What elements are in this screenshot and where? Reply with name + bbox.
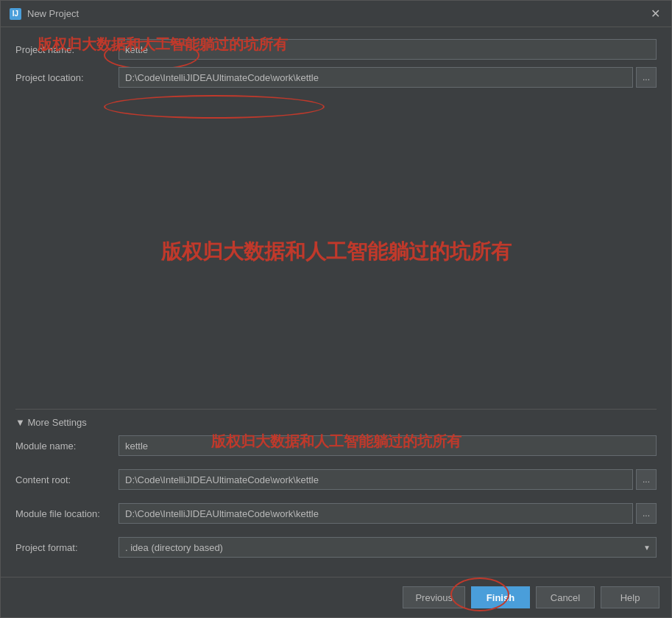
module-name-label: Module name: bbox=[15, 440, 119, 452]
project-name-row: Project name: bbox=[15, 39, 657, 60]
project-format-dropdown-wrapper: . idea (directory based) .ipr (file base… bbox=[119, 537, 657, 558]
finish-button[interactable]: Finish bbox=[471, 586, 530, 608]
app-icon: IJ bbox=[10, 8, 21, 20]
project-location-input[interactable] bbox=[119, 67, 633, 88]
window-title: New Project bbox=[27, 8, 79, 19]
project-location-label: Project location: bbox=[15, 72, 119, 83]
more-settings-label: ▼ More Settings bbox=[15, 417, 87, 428]
dialog-footer: Previous Finish Cancel Help bbox=[1, 577, 671, 617]
new-project-dialog: IJ New Project ✕ Project name: Project l… bbox=[0, 0, 672, 618]
module-file-location-row: Module file location: ... bbox=[15, 503, 657, 524]
project-location-browse-button[interactable]: ... bbox=[636, 67, 657, 88]
dialog-content: Project name: Project location: ... 版权归大… bbox=[1, 27, 671, 577]
project-location-input-wrapper: ... bbox=[119, 67, 657, 88]
module-file-location-label: Module file location: bbox=[15, 508, 119, 519]
project-format-label: Project format: bbox=[15, 542, 119, 553]
project-name-input[interactable] bbox=[119, 39, 657, 60]
close-button[interactable]: ✕ bbox=[648, 7, 662, 21]
project-format-select-wrapper: . idea (directory based) .ipr (file base… bbox=[119, 537, 657, 558]
more-settings-section: ▼ More Settings Module name: Content roo… bbox=[15, 409, 657, 565]
module-name-input[interactable] bbox=[119, 435, 657, 456]
content-root-browse-button[interactable]: ... bbox=[636, 469, 657, 490]
module-file-location-input[interactable] bbox=[119, 503, 633, 524]
more-settings-toggle[interactable]: ▼ More Settings bbox=[15, 417, 657, 428]
module-name-row: Module name: bbox=[15, 435, 657, 456]
module-name-input-wrapper bbox=[119, 435, 657, 456]
watermark-center: 版权归大数据和人工智能躺过的坑所有 bbox=[161, 238, 512, 266]
cancel-button[interactable]: Cancel bbox=[536, 586, 595, 608]
module-file-location-browse-button[interactable]: ... bbox=[636, 503, 657, 524]
project-format-select[interactable]: . idea (directory based) .ipr (file base… bbox=[119, 537, 657, 558]
help-button[interactable]: Help bbox=[601, 586, 659, 608]
project-name-input-wrapper bbox=[119, 39, 657, 60]
project-format-row: Project format: . idea (directory based)… bbox=[15, 537, 657, 558]
module-file-location-input-wrapper: ... bbox=[119, 503, 657, 524]
project-location-row: Project location: ... bbox=[15, 67, 657, 88]
content-root-row: Content root: ... bbox=[15, 469, 657, 490]
title-bar-left: IJ New Project bbox=[10, 8, 79, 20]
project-name-label: Project name: bbox=[15, 44, 119, 55]
previous-button[interactable]: Previous bbox=[403, 586, 465, 608]
more-settings-form: Module name: Content root: ... bbox=[15, 435, 657, 565]
content-root-input[interactable] bbox=[119, 469, 633, 490]
content-root-input-wrapper: ... bbox=[119, 469, 657, 490]
main-area: 版权归大数据和人工智能躺过的坑所有 bbox=[15, 95, 657, 409]
content-root-label: Content root: bbox=[15, 474, 119, 485]
title-bar: IJ New Project ✕ bbox=[1, 1, 671, 27]
